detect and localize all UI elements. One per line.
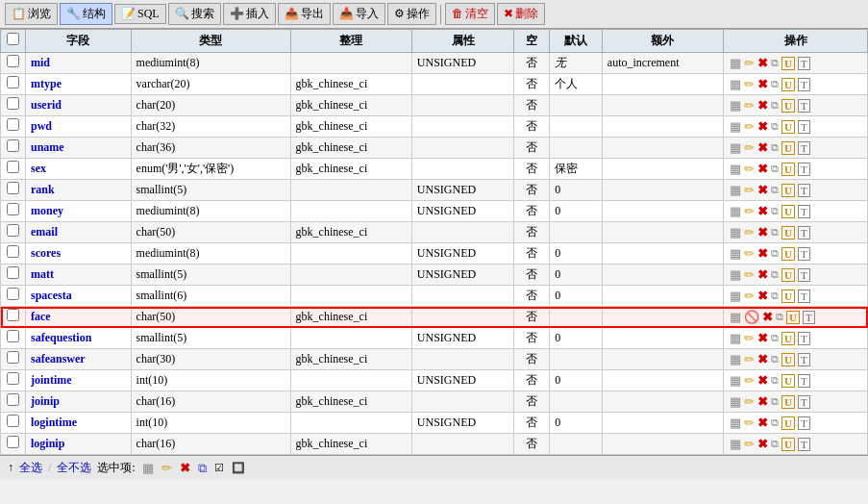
op-unique-icon[interactable]: U (781, 226, 795, 239)
op-delete-icon[interactable]: ✖ (757, 289, 768, 304)
op-text-icon[interactable]: T (798, 57, 810, 70)
op-edit-icon[interactable]: ✏ (744, 246, 755, 262)
op-delete-icon[interactable]: ✖ (757, 394, 768, 410)
op-unique-icon[interactable]: U (781, 78, 795, 91)
btn-insert[interactable]: ➕ 插入 (223, 3, 276, 25)
op-text-icon[interactable]: T (798, 120, 810, 134)
row-checkbox[interactable] (7, 245, 19, 258)
op-unique-icon[interactable]: U (781, 332, 795, 345)
op-delete-icon[interactable]: ✖ (757, 331, 768, 346)
op-delete-icon[interactable]: ✖ (757, 77, 768, 92)
row-checkbox[interactable] (7, 436, 19, 448)
row-checkbox[interactable] (7, 415, 19, 427)
row-checkbox[interactable] (7, 182, 19, 194)
row-checkbox[interactable] (7, 139, 19, 152)
op-browse-icon[interactable]: ▦ (730, 183, 741, 198)
row-checkbox[interactable] (7, 97, 19, 110)
select-none-link[interactable]: 全不选 (57, 460, 91, 476)
op-edit-icon[interactable]: ✏ (744, 98, 755, 113)
header-checkbox-all[interactable] (1, 30, 26, 53)
op-unique-icon[interactable]: U (781, 205, 795, 218)
field-link[interactable]: sex (31, 162, 46, 175)
op-edit-icon[interactable]: ✏ (744, 416, 755, 431)
field-link[interactable]: logintime (31, 416, 77, 429)
op-copy-icon[interactable]: ⧉ (771, 99, 779, 112)
op-delete-icon[interactable]: ✖ (757, 162, 768, 177)
op-text-icon[interactable]: T (798, 163, 810, 176)
op-edit-icon[interactable]: ✏ (744, 352, 755, 367)
op-delete-icon[interactable]: ✖ (757, 416, 768, 431)
op-delete-icon[interactable]: ✖ (757, 352, 768, 367)
op-unique-icon[interactable]: U (781, 57, 795, 70)
op-delete-icon[interactable]: ✖ (757, 183, 768, 198)
field-link[interactable]: safequestion (31, 331, 91, 344)
select-all-checkbox[interactable] (7, 33, 19, 45)
op-edit-icon[interactable]: ✏ (744, 437, 755, 452)
op-copy-icon[interactable]: ⧉ (771, 268, 779, 281)
op-copy-icon[interactable]: ⧉ (776, 311, 783, 323)
field-link[interactable]: userid (31, 98, 62, 112)
op-copy-icon[interactable]: ⧉ (771, 438, 779, 450)
op-copy-icon[interactable]: ⧉ (771, 205, 779, 217)
op-text-icon[interactable]: T (798, 268, 810, 282)
op-copy-icon[interactable]: ⧉ (771, 163, 779, 175)
btn-delete[interactable]: ✖ 删除 (497, 3, 545, 25)
op-copy-icon[interactable]: ⧉ (771, 353, 779, 365)
op-text-icon[interactable]: T (798, 395, 810, 409)
op-browse-icon[interactable]: ▦ (730, 289, 741, 304)
op-text-icon[interactable]: T (798, 205, 810, 218)
op-copy-icon[interactable]: ⧉ (771, 416, 779, 429)
btn-clear[interactable]: 🗑 清空 (445, 3, 495, 25)
op-delete-icon[interactable]: ✖ (757, 225, 768, 240)
op-unique-icon[interactable]: U (786, 311, 800, 324)
op-edit-icon[interactable]: ✏ (744, 225, 755, 240)
op-browse-icon[interactable]: ▦ (730, 56, 741, 71)
op-text-icon[interactable]: T (798, 374, 810, 388)
op-unique-icon[interactable]: U (781, 120, 795, 134)
op-edit-icon[interactable]: ✏ (744, 373, 755, 389)
op-unique-icon[interactable]: U (781, 290, 795, 303)
op-delete-icon[interactable]: ✖ (757, 119, 768, 135)
op-browse-icon[interactable]: ▦ (730, 373, 741, 389)
row-checkbox[interactable] (7, 266, 19, 279)
field-link[interactable]: safeanswer (31, 352, 86, 365)
op-browse-icon[interactable]: ▦ (730, 98, 741, 113)
btn-operation[interactable]: ⚙ 操作 (387, 3, 436, 25)
row-checkbox[interactable] (7, 288, 19, 300)
footer-icon-table[interactable]: ▦ (142, 461, 154, 476)
row-checkbox[interactable] (7, 351, 19, 364)
op-copy-icon[interactable]: ⧉ (771, 57, 779, 69)
field-link[interactable]: pwd (31, 119, 52, 133)
op-browse-icon[interactable]: ▦ (730, 119, 741, 135)
op-text-icon[interactable]: T (798, 141, 810, 155)
op-unique-icon[interactable]: U (781, 268, 795, 282)
field-link[interactable]: matt (31, 267, 54, 281)
row-checkbox[interactable] (7, 55, 19, 67)
field-link[interactable]: email (31, 225, 58, 239)
op-copy-icon[interactable]: ⧉ (771, 184, 779, 196)
field-link[interactable]: spacesta (31, 289, 72, 302)
row-checkbox[interactable] (7, 393, 19, 406)
op-edit-icon[interactable]: ✏ (744, 331, 755, 346)
op-text-icon[interactable]: T (798, 99, 810, 113)
op-text-icon[interactable]: T (803, 311, 815, 324)
op-text-icon[interactable]: T (798, 416, 810, 430)
footer-icon-delete[interactable]: ✖ (180, 461, 190, 476)
op-browse-icon[interactable]: ▦ (730, 140, 741, 156)
field-link[interactable]: loginip (31, 437, 64, 450)
op-copy-icon[interactable]: ⧉ (771, 395, 779, 408)
op-edit-icon[interactable]: ✏ (744, 204, 755, 219)
row-checkbox[interactable] (7, 76, 19, 88)
op-unique-icon[interactable]: U (781, 416, 795, 430)
op-delete-icon[interactable]: ✖ (757, 373, 768, 389)
row-checkbox[interactable] (7, 372, 19, 385)
op-browse-icon[interactable]: ▦ (730, 225, 741, 240)
op-delete-icon[interactable]: ✖ (762, 310, 773, 325)
op-browse-icon[interactable]: ▦ (730, 162, 741, 177)
footer-icon-copy[interactable]: ⧉ (198, 461, 207, 476)
field-link[interactable]: mtype (31, 77, 62, 90)
op-delete-icon[interactable]: ✖ (757, 56, 768, 71)
op-edit-icon[interactable]: ✏ (744, 56, 755, 71)
row-checkbox[interactable] (7, 224, 19, 237)
op-text-icon[interactable]: T (798, 78, 810, 91)
